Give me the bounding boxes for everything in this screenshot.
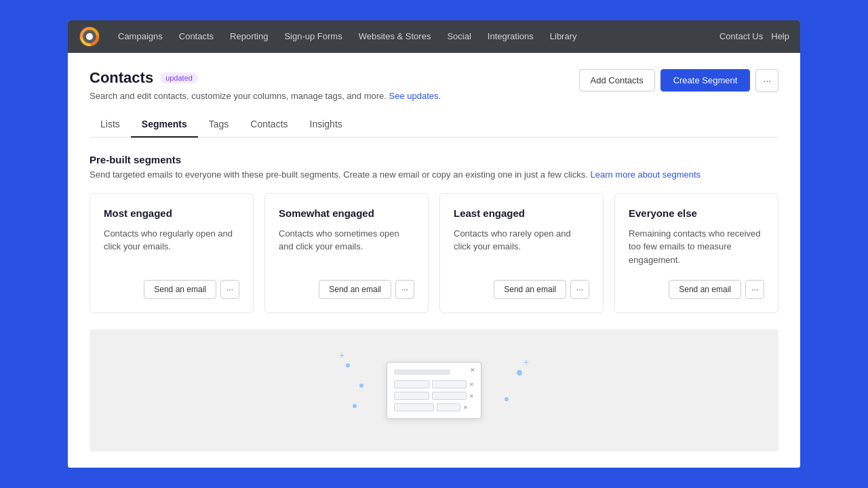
- dialog-row-2: ✕: [394, 392, 474, 400]
- page-title-section: Contacts updated Search and edit contact…: [90, 69, 441, 101]
- dialog-header-bar: [394, 369, 450, 375]
- tab-insights[interactable]: Insights: [299, 112, 353, 138]
- dialog-row-1: ✕: [394, 380, 474, 388]
- dialog-field-1b: [432, 380, 467, 388]
- logo: [79, 26, 100, 47]
- tabs: Lists Segments Tags Contacts Insights: [90, 112, 778, 138]
- page-subtitle: Search and edit contacts, customize your…: [90, 91, 441, 101]
- more-somewhat-engaged[interactable]: ···: [395, 280, 414, 299]
- nav-signup-forms[interactable]: Sign-up Forms: [277, 27, 349, 45]
- decorative-dot-2: [359, 384, 363, 388]
- tab-lists[interactable]: Lists: [90, 112, 131, 138]
- card-everyone-else: Everyone else Remaining contacts who rec…: [614, 193, 778, 314]
- nav-library[interactable]: Library: [543, 27, 584, 45]
- prebuilt-segments-title: Pre-built segments: [90, 154, 778, 165]
- dialog-x-1: ✕: [469, 382, 474, 388]
- prebuilt-segments-subtitle: Send targeted emails to everyone with th…: [90, 169, 778, 180]
- more-actions-button[interactable]: ···: [755, 69, 778, 92]
- dialog-x-2: ✕: [469, 393, 474, 399]
- page-title: Contacts: [90, 69, 153, 87]
- learn-more-link[interactable]: Learn more about segments: [591, 169, 701, 180]
- card-actions-somewhat-engaged: Send an email ···: [279, 280, 414, 299]
- subtitle-text: Search and edit contacts, customize your…: [90, 91, 387, 101]
- decorative-cross-2: +: [524, 357, 529, 367]
- navbar-links: Campaigns Contacts Reporting Sign-up For…: [111, 27, 719, 45]
- card-most-engaged: Most engaged Contacts who regularly open…: [90, 193, 254, 314]
- main-content: Contacts updated Search and edit contact…: [68, 53, 800, 468]
- dialog-x-3: ✕: [463, 405, 468, 411]
- dialog-field-3b: [437, 403, 460, 411]
- card-least-engaged: Least engaged Contacts who rarely open a…: [439, 193, 604, 314]
- card-title-least-engaged: Least engaged: [454, 207, 589, 219]
- see-updates-link[interactable]: See updates.: [389, 91, 441, 101]
- card-desc-most-engaged: Contacts who regularly open and click yo…: [104, 227, 239, 253]
- decorative-cross-1: +: [339, 350, 344, 361]
- decorative-dot-4: [517, 370, 522, 375]
- card-actions-least-engaged: Send an email ···: [454, 280, 589, 299]
- send-email-most-engaged[interactable]: Send an email: [144, 280, 216, 299]
- card-title-somewhat-engaged: Somewhat engaged: [279, 207, 414, 219]
- dialog-row-3: ✕: [394, 403, 474, 411]
- nav-campaigns[interactable]: Campaigns: [111, 27, 170, 45]
- create-segment-button[interactable]: Create Segment: [660, 69, 751, 92]
- navbar-right: Contact Us Help: [719, 31, 789, 41]
- send-email-somewhat-engaged[interactable]: Send an email: [319, 280, 391, 299]
- card-desc-somewhat-engaged: Contacts who sometimes open and click yo…: [279, 227, 414, 253]
- nav-integrations[interactable]: Integrations: [481, 27, 540, 45]
- tab-tags[interactable]: Tags: [198, 112, 240, 138]
- more-least-engaged[interactable]: ···: [570, 280, 589, 299]
- dialog-field-1a: [394, 380, 429, 388]
- card-desc-everyone-else: Remaining contacts who received too few …: [629, 227, 764, 267]
- prebuilt-subtitle-text: Send targeted emails to everyone with th…: [90, 169, 588, 180]
- nav-websites-stores[interactable]: Websites & Stores: [352, 27, 438, 45]
- dialog-mock: ✕ ✕ ✕: [387, 362, 481, 419]
- page-title-row: Contacts updated: [90, 69, 441, 87]
- card-actions-most-engaged: Send an email ···: [104, 280, 239, 299]
- tab-contacts[interactable]: Contacts: [239, 112, 298, 138]
- nav-help[interactable]: Help: [771, 31, 789, 41]
- nav-contact-us[interactable]: Contact Us: [719, 31, 763, 41]
- dialog-field-2a: [394, 392, 429, 400]
- updated-badge: updated: [160, 73, 198, 83]
- tab-segments[interactable]: Segments: [131, 112, 198, 138]
- dialog-field-2b: [432, 392, 467, 400]
- card-desc-least-engaged: Contacts who rarely open and click your …: [454, 227, 589, 253]
- send-email-least-engaged[interactable]: Send an email: [494, 280, 566, 299]
- dialog-close-icon: ✕: [470, 367, 475, 373]
- decorative-dot-3: [353, 404, 357, 408]
- decorative-dot-5: [505, 397, 509, 401]
- prebuilt-segments-section: Pre-built segments Send targeted emails …: [90, 154, 778, 452]
- bottom-illustration-section: + + ✕ ✕: [90, 329, 778, 451]
- card-title-most-engaged: Most engaged: [104, 207, 239, 219]
- card-title-everyone-else: Everyone else: [629, 207, 764, 219]
- header-actions: Add Contacts Create Segment ···: [579, 69, 778, 92]
- nav-contacts[interactable]: Contacts: [172, 27, 220, 45]
- more-most-engaged[interactable]: ···: [220, 280, 239, 299]
- page-header: Contacts updated Search and edit contact…: [90, 69, 778, 101]
- more-everyone-else[interactable]: ···: [745, 280, 764, 299]
- nav-reporting[interactable]: Reporting: [223, 27, 275, 45]
- add-contacts-button[interactable]: Add Contacts: [579, 69, 655, 92]
- decorative-dot-1: [346, 363, 350, 367]
- svg-point-1: [86, 33, 93, 40]
- dialog-field-3a: [394, 403, 434, 411]
- send-email-everyone-else[interactable]: Send an email: [669, 280, 741, 299]
- navbar: Campaigns Contacts Reporting Sign-up For…: [68, 20, 800, 53]
- nav-social[interactable]: Social: [440, 27, 477, 45]
- card-actions-everyone-else: Send an email ···: [629, 280, 764, 299]
- segment-cards-grid: Most engaged Contacts who regularly open…: [90, 193, 778, 314]
- card-somewhat-engaged: Somewhat engaged Contacts who sometimes …: [264, 193, 429, 314]
